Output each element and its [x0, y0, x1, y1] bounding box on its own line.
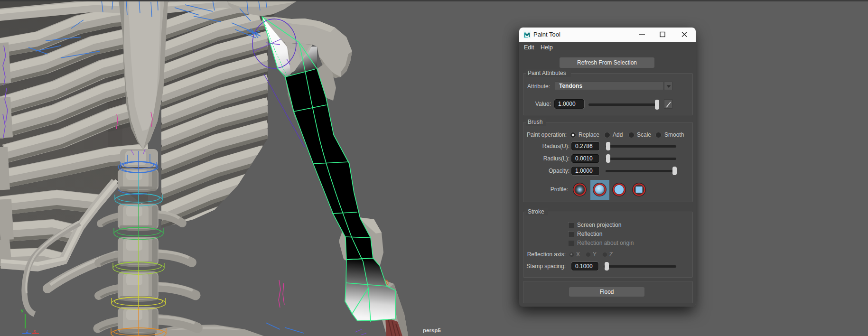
svg-text:x: x	[33, 328, 36, 334]
svg-text:y: y	[21, 308, 24, 313]
svg-text:z: z	[26, 328, 29, 334]
svg-text:persp5: persp5	[423, 327, 441, 333]
